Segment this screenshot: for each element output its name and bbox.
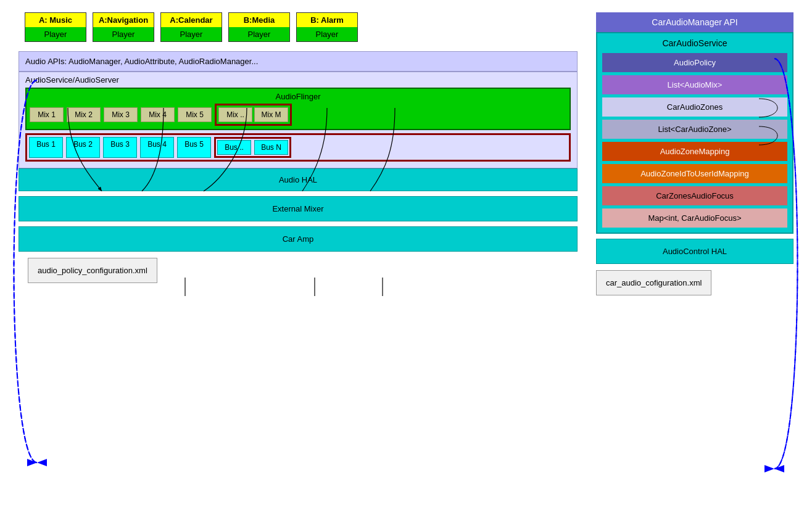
mix-box-4: Mix 4 <box>141 107 175 122</box>
app-title-media: B:Media <box>229 13 289 27</box>
app-box-media: B:Media Player <box>228 12 290 42</box>
car-amp: Car Amp <box>19 226 578 252</box>
audioflinger-area: AudioFlinger Mix 1 Mix 2 Mix 3 Mix 4 Mix… <box>25 88 571 130</box>
mix-box-dotdot: Mix .. <box>218 107 252 122</box>
app-box-music: A: Music Player <box>25 12 86 42</box>
bus-box-dotdot: Bus .. <box>217 140 251 155</box>
layer-audio-zone-mapping: AudioZoneMapping <box>602 142 787 161</box>
app-title-music: A: Music <box>25 13 86 27</box>
external-mixer: External Mixer <box>19 196 578 221</box>
layer-carzones-audiofocus: CarZonesAudioFocus <box>602 186 787 205</box>
audioflinger-label: AudioFlinger <box>30 92 566 101</box>
bus-right-group: Bus .. Bus N <box>214 137 291 158</box>
mix-box-1: Mix 1 <box>30 107 64 122</box>
audioservice-label: AudioService/AudioServer <box>25 75 571 84</box>
app-row: A: Music Player A:Navigation Player A:Ca… <box>25 12 578 42</box>
mix-row: Mix 1 Mix 2 Mix 3 Mix 4 Mix 5 Mix .. Mix… <box>30 104 566 126</box>
app-box-calendar: A:Calendar Player <box>160 12 222 42</box>
bus-row: Bus 1 Bus 2 Bus 3 Bus 4 Bus 5 Bus .. Bus… <box>25 133 571 162</box>
bus-box-n: Bus N <box>254 140 288 155</box>
audio-hal: Audio HAL <box>19 168 578 191</box>
mix-box-m: Mix M <box>254 107 288 122</box>
layer-audio-policy: AudioPolicy <box>602 53 787 72</box>
app-player-music: Player <box>25 27 86 41</box>
app-player-calendar: Player <box>161 27 222 41</box>
car-audio-manager-api: CarAudioManager API <box>596 12 793 32</box>
config-file-right: car_audio_cofiguration.xml <box>596 270 711 295</box>
mix-box-3: Mix 3 <box>104 107 138 122</box>
bus-box-5: Bus 5 <box>177 137 211 158</box>
app-title-alarm: B: Alarm <box>297 13 357 27</box>
bus-box-4: Bus 4 <box>140 137 174 158</box>
app-title-navigation: A:Navigation <box>93 13 154 27</box>
right-mix-group: Mix .. Mix M <box>215 104 292 126</box>
layer-car-audio-zones: CarAudioZones <box>602 97 787 117</box>
car-audio-service-label: CarAudioService <box>602 38 787 48</box>
app-player-media: Player <box>229 27 289 41</box>
app-box-navigation: A:Navigation Player <box>93 12 154 42</box>
mix-box-2: Mix 2 <box>67 107 101 122</box>
audio-control-hal: AudioControl HAL <box>596 239 793 264</box>
bus-box-2: Bus 2 <box>66 137 100 158</box>
app-title-calendar: A:Calendar <box>161 13 222 27</box>
app-player-navigation: Player <box>93 27 154 41</box>
car-audio-service-wrapper: CarAudioService AudioPolicy List<AudioMi… <box>596 32 793 234</box>
layer-audiozoneId-mapping: AudioZoneIdToUserIdMapping <box>602 164 787 183</box>
layer-list-caraudiezone: List<CarAudioZone> <box>602 120 787 139</box>
left-panel: A: Music Player A:Navigation Player A:Ca… <box>19 12 578 503</box>
left-mix-boxes: Mix 1 Mix 2 Mix 3 Mix 4 Mix 5 <box>30 107 212 122</box>
bus-box-1: Bus 1 <box>29 137 63 158</box>
bus-box-3: Bus 3 <box>103 137 137 158</box>
mix-box-5: Mix 5 <box>178 107 212 122</box>
layer-map-int: Map<int, CarAudioFocus> <box>602 208 787 228</box>
audioservice-wrapper: AudioService/AudioServer AudioFlinger Mi… <box>19 72 578 168</box>
layer-list-audiomix: List<AudioMix> <box>602 75 787 94</box>
main-container: A: Music Player A:Navigation Player A:Ca… <box>0 0 812 515</box>
app-box-alarm: B: Alarm Player <box>296 12 358 42</box>
app-player-alarm: Player <box>297 27 357 41</box>
config-file-left: audio_policy_configuration.xml <box>28 258 157 283</box>
audio-apis-bar: Audio APIs: AudioManager, AudioAttribute… <box>19 51 578 72</box>
right-panel: CarAudioManager API CarAudioService Audi… <box>596 12 793 503</box>
